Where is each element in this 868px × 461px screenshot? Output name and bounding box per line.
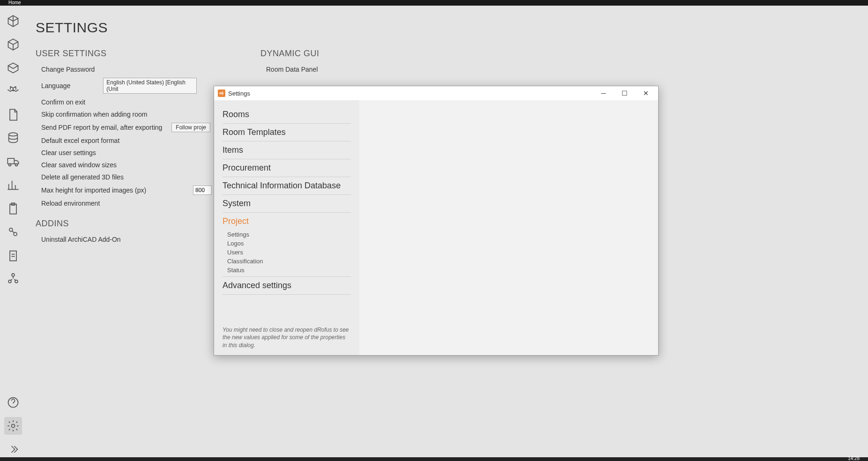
nav-truck-icon[interactable] [4,153,22,171]
clear-window-link[interactable]: Clear saved window sizes [36,159,232,171]
nav-settings-icon[interactable] [4,417,22,435]
follow-project-button[interactable]: Follow proje [171,123,210,132]
nav-database-icon[interactable] [4,129,22,147]
default-excel-link[interactable]: Default excel export format [36,134,232,147]
svg-point-1 [9,164,11,166]
change-password-link[interactable]: Change Password [36,63,232,75]
clear-user-link[interactable]: Clear user settings [36,147,232,159]
left-nav [0,6,26,461]
nav-room-templates[interactable]: Room Templates [223,124,351,141]
skip-confirm-link[interactable]: Skip confirmation when adding room [36,108,232,120]
nav-package-icon[interactable] [4,59,22,77]
clock: 14:28 [848,456,860,461]
send-pdf-label: Send PDF report by email, after exportin… [41,124,162,131]
nav-boxes-icon[interactable] [4,82,22,100]
user-settings-col: USER SETTINGS Change Password Language E… [36,49,232,245]
user-settings-header: USER SETTINGS [36,49,232,59]
home-tab[interactable]: Home [8,0,21,5]
nav-project-classification[interactable]: Classification [223,257,351,266]
svg-rect-7 [10,251,16,261]
nav-link-icon[interactable] [4,223,22,241]
minimize-button[interactable]: ─ [593,86,614,100]
page-title: SETTINGS [36,20,859,36]
dialog-content [359,100,658,355]
nav-items[interactable]: Items [223,141,351,159]
nav-project-status[interactable]: Status [223,266,351,277]
settings-dialog: Settings ─ ☐ ✕ Rooms Room Templates Item… [214,86,659,356]
addins-header: ADDINS [36,219,232,229]
nav-document-icon[interactable] [4,106,22,124]
svg-point-0 [9,133,18,136]
nav-project-settings[interactable]: Settings [223,230,351,239]
room-data-panel-link[interactable]: Room Data Panel [260,63,319,75]
nav-tid[interactable]: Technical Information Database [223,177,351,195]
nav-clipboard2-icon[interactable] [4,246,22,264]
confirm-exit-link[interactable]: Confirm on exit [36,96,232,108]
language-select[interactable]: English (United States) [English (Unit [103,78,197,94]
nav-clipboard-icon[interactable] [4,200,22,217]
nav-advanced[interactable]: Advanced settings [223,277,351,295]
language-label: Language [41,82,70,89]
uninstall-addon-link[interactable]: Uninstall ArchiCAD Add-On [36,233,232,245]
reload-env-link[interactable]: Reload environment [36,197,232,209]
nav-expand-icon[interactable] [4,440,22,458]
dialog-titlebar[interactable]: Settings ─ ☐ ✕ [214,86,658,100]
nav-chart-icon[interactable] [4,176,22,194]
svg-point-12 [12,424,15,428]
dialog-nav: Rooms Room Templates Items Procurement T… [214,100,359,355]
delete-3d-link[interactable]: Delete all generated 3D files [36,171,232,183]
max-height-label: Max height for imported images (px) [41,186,146,194]
max-height-input[interactable] [193,186,212,195]
dialog-title: Settings [228,90,250,97]
svg-point-2 [15,164,18,166]
nav-procurement[interactable]: Procurement [223,159,351,177]
nav-project[interactable]: Project [223,213,351,230]
taskbar[interactable] [0,457,868,461]
nav-share-icon[interactable] [4,270,22,288]
close-button[interactable]: ✕ [635,86,656,100]
nav-system[interactable]: System [223,195,351,213]
nav-rooms[interactable]: Rooms [223,106,351,124]
dialog-hint: You might need to close and reopen dRofu… [223,317,351,349]
dynamic-gui-header: DYNAMIC GUI [260,49,319,59]
maximize-button[interactable]: ☐ [614,86,635,100]
nav-cube-icon-2[interactable] [4,36,22,53]
nav-project-logos[interactable]: Logos [223,239,351,248]
nav-project-users[interactable]: Users [223,248,351,257]
app-topbar: Home [0,0,868,6]
nav-cube-icon-1[interactable] [4,12,22,30]
drofus-icon [218,89,225,97]
nav-help-icon[interactable] [4,394,22,411]
svg-point-8 [12,274,15,276]
